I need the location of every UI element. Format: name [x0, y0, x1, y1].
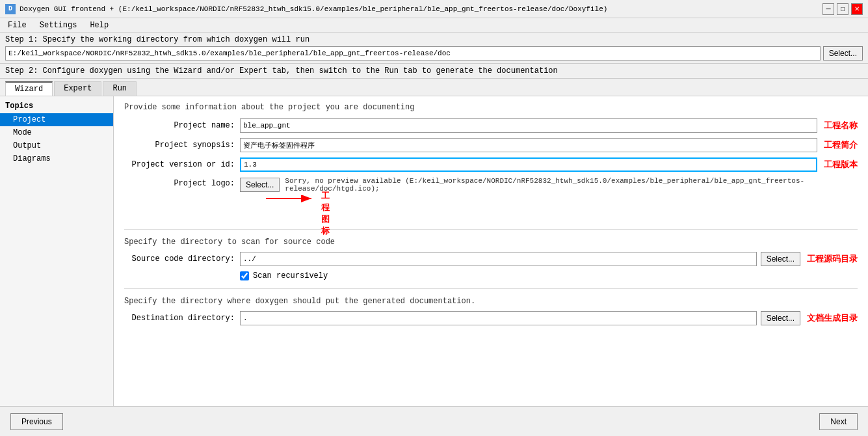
source-section-title: Specify the directory to scan for source… [124, 238, 858, 247]
project-version-input[interactable] [240, 157, 817, 172]
step1-label: Step 1: Specify the working directory fr… [5, 35, 863, 44]
working-dir-select-button[interactable]: Select... [823, 46, 863, 61]
step2-label: Step 2: Configure doxygen using the Wiza… [0, 64, 868, 79]
project-version-label: Project version or id: [124, 160, 235, 169]
step1-area: Step 1: Specify the working directory fr… [0, 33, 868, 64]
sidebar-item-output[interactable]: Output [0, 139, 113, 152]
project-logo-label: Project logo: [124, 177, 235, 188]
source-dir-input-group: Select... [240, 252, 800, 266]
logo-annotation-container: 工程图标 [259, 195, 337, 221]
title-bar-controls: ─ □ ✕ [822, 3, 863, 15]
tab-expert[interactable]: Expert [54, 81, 101, 96]
dest-dir-select-button[interactable]: Select... [761, 311, 800, 325]
project-logo-content: Select... Sorry, no preview available (E… [240, 177, 844, 221]
project-name-row: Project name: 工程名称 [124, 118, 858, 133]
source-dir-label: Source code directory: [124, 254, 235, 264]
title-bar: D Doxygen GUI frontend + (E:/keil_worksp… [0, 0, 868, 18]
project-name-input[interactable] [240, 118, 817, 133]
menu-help[interactable]: Help [87, 20, 111, 31]
project-name-label: Project name: [124, 121, 235, 130]
content-wrapper: Topics Project Mode Output Diagrams Prov… [0, 96, 868, 436]
content-panel: Provide some information about the proje… [114, 96, 868, 436]
project-logo-row: Project logo: Select... Sorry, no previe… [124, 177, 858, 221]
next-button[interactable]: Next [819, 413, 858, 430]
sidebar-item-mode[interactable]: Mode [0, 126, 113, 139]
close-button[interactable]: ✕ [851, 3, 863, 15]
section-divider-2 [124, 288, 858, 289]
maximize-button[interactable]: □ [837, 3, 848, 15]
scan-recursively-checkbox[interactable] [240, 271, 249, 280]
scan-recursively-row: Scan recursively [240, 271, 858, 280]
menu-bar: File Settings Help [0, 18, 868, 33]
sidebar-item-diagrams[interactable]: Diagrams [0, 152, 113, 165]
tab-run[interactable]: Run [103, 81, 137, 96]
project-synopsis-label: Project synopsis: [124, 141, 235, 150]
dest-dir-annotation: 文档生成目录 [807, 312, 858, 324]
output-section-title: Specify the directory where doxygen shou… [124, 297, 858, 306]
tab-wizard[interactable]: Wizard [5, 81, 53, 96]
bottom-bar: Previous Next [0, 406, 868, 436]
sidebar-title: Topics [0, 100, 113, 113]
minimize-button[interactable]: ─ [822, 3, 834, 15]
source-dir-input[interactable] [240, 252, 757, 266]
project-logo-preview: Sorry, no preview available (E:/keil_wor… [285, 177, 844, 193]
dest-dir-input[interactable] [240, 311, 757, 325]
tab-bar: Wizard Expert Run [0, 79, 868, 96]
scan-recursively-label: Scan recursively [253, 271, 328, 280]
sidebar: Topics Project Mode Output Diagrams [0, 96, 114, 436]
project-logo-select-button[interactable]: Select... [240, 178, 280, 192]
section-title: Provide some information about the proje… [124, 103, 858, 112]
project-version-row: Project version or id: 工程版本 [124, 157, 858, 172]
menu-file[interactable]: File [5, 20, 29, 31]
project-logo-annotation: 工程图标 [321, 190, 337, 237]
menu-settings[interactable]: Settings [37, 20, 80, 31]
project-synopsis-row: Project synopsis: 工程简介 [124, 138, 858, 152]
title-bar-text: Doxygen GUI frontend + (E:/keil_workspac… [20, 5, 607, 13]
source-dir-row: Source code directory: Select... 工程源码目录 [124, 252, 858, 266]
project-version-annotation: 工程版本 [824, 159, 858, 170]
sidebar-item-project[interactable]: Project [0, 113, 113, 126]
source-dir-annotation: 工程源码目录 [807, 253, 858, 265]
project-name-annotation: 工程名称 [824, 120, 858, 131]
source-dir-select-button[interactable]: Select... [761, 252, 800, 266]
dest-dir-input-group: Select... [240, 311, 800, 325]
app-icon: D [5, 4, 16, 14]
dest-dir-label: Destination directory: [124, 314, 235, 323]
project-synopsis-annotation: 工程简介 [824, 139, 858, 151]
working-dir-input[interactable] [5, 46, 821, 61]
dest-dir-row: Destination directory: Select... 文档生成目录 [124, 311, 858, 325]
project-synopsis-input[interactable] [240, 138, 817, 152]
section-divider-1 [124, 229, 858, 230]
previous-button[interactable]: Previous [10, 413, 63, 430]
